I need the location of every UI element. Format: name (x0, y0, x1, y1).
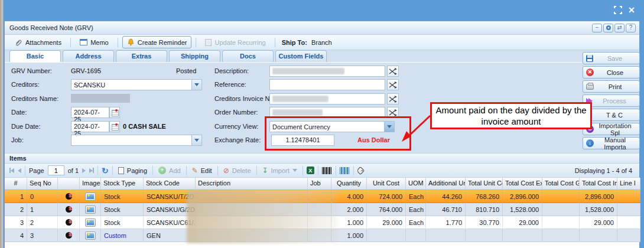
cell-total-unit (466, 229, 503, 242)
description-lookup-button[interactable] (387, 66, 399, 77)
reference-input[interactable] (269, 79, 385, 90)
tab-shipping[interactable]: Shipping (169, 50, 220, 62)
image-icon[interactable] (85, 218, 96, 227)
creditors-select[interactable]: SCANSKU (71, 79, 202, 90)
col-description[interactable]: Description (196, 178, 308, 190)
add-label: Add (169, 167, 181, 174)
col-cost-flag[interactable] (58, 178, 80, 190)
cell-total-gst (542, 190, 580, 203)
col-uom[interactable]: UOM (406, 178, 426, 190)
col-line[interactable]: Line I (617, 178, 640, 190)
col-stock-code[interactable]: Stock Code (144, 178, 196, 190)
date-input[interactable]: 2024-07-25 (71, 107, 109, 118)
attachments-button[interactable]: Attachments (9, 36, 66, 49)
close-icon: ✕ (586, 68, 594, 76)
col-image[interactable]: Image (80, 178, 101, 190)
refresh-button[interactable]: ⇄ (614, 24, 625, 32)
creditors-value: SCANSKU (71, 81, 191, 89)
tab-strip: Basic Address Extras Shipping Docs Custo… (5, 50, 583, 63)
create-reminder-label: Create Reminder (138, 39, 187, 46)
cell-additional-unit: 44.260 (426, 190, 466, 203)
last-page-button[interactable] (89, 167, 94, 174)
col-job[interactable]: Job (308, 178, 331, 190)
reference-lookup-button[interactable] (387, 79, 399, 90)
cell-total-unit: 810.710 (466, 203, 503, 216)
col-unit-cost[interactable]: Unit Cost (367, 178, 406, 190)
due-date-input[interactable]: 2024-07-25 (71, 121, 109, 132)
tab-basic[interactable]: Basic (9, 50, 61, 62)
barcode-blue-icon[interactable] (340, 167, 350, 174)
page-input[interactable] (48, 165, 64, 175)
toolbar-separator (275, 38, 275, 47)
calendar-icon[interactable] (109, 121, 120, 132)
shuffle-icon (389, 96, 397, 103)
image-icon[interactable] (85, 205, 96, 214)
table-row[interactable]: 2 1 Stock SCANSKU/G/2D 2.000 764.000 Eac… (5, 203, 640, 216)
toolbar-separator (303, 166, 303, 175)
col-total-cost-inc[interactable]: Total Cost Inc (580, 178, 617, 190)
close-window-icon[interactable]: ✕ (628, 5, 635, 15)
barcode-icon[interactable] (322, 167, 332, 174)
cell-stock-type: Stock (101, 216, 144, 229)
background-window-edge (0, 0, 4, 248)
col-row-number[interactable]: # (5, 178, 27, 190)
cell-quantity: 4.000 (331, 190, 367, 203)
help-button[interactable]: ? (626, 24, 636, 32)
save-button[interactable]: Save (583, 52, 640, 64)
prev-page-button[interactable] (18, 168, 21, 173)
col-total-cost-gst[interactable]: Total Cost GST (542, 178, 580, 190)
table-row[interactable]: 3 2 Stock SCANSKU/C61/... 1.000 29.000 E… (5, 216, 640, 229)
save-icon (586, 55, 593, 62)
memo-button[interactable]: Memo (75, 37, 113, 48)
image-icon[interactable] (85, 231, 96, 240)
create-reminder-button[interactable]: Create Reminder (122, 36, 192, 48)
cell-stock-type: Custom (101, 229, 144, 242)
cell-line (617, 190, 640, 203)
grid-refresh-button[interactable]: ↻ (102, 167, 109, 175)
fullscreen-icon[interactable] (613, 5, 623, 15)
tag-icon[interactable] (356, 166, 365, 174)
cell-description (196, 203, 308, 216)
terms-text: 0 CASH SALE (123, 123, 166, 130)
tab-custom-fields[interactable]: Custom Fields (275, 50, 327, 62)
paging-button[interactable]: Paging (116, 166, 149, 175)
cell-total-gst (542, 216, 580, 229)
edit-button[interactable]: ✎ Edit (190, 166, 214, 175)
tab-docs[interactable]: Docs (222, 50, 274, 62)
import-button[interactable]: ↧ Import (261, 166, 299, 175)
attachments-label: Attachments (25, 39, 61, 46)
toolbar-separator (112, 166, 113, 175)
col-total-cost-ex[interactable]: Total Cost Ex ( (503, 178, 542, 190)
tab-extras[interactable]: Extras (116, 50, 167, 62)
table-row[interactable]: 4 3 Custom GEN 1.000 (5, 229, 640, 242)
job-select[interactable] (71, 135, 202, 146)
delete-button[interactable]: ⊘ Delete (222, 166, 253, 175)
first-page-button[interactable] (9, 167, 14, 174)
update-recurring-button[interactable]: Update Recurring (200, 37, 270, 48)
minimize-button[interactable]: − (592, 24, 602, 32)
col-seq-no[interactable]: Seq No (27, 178, 58, 190)
excel-export-button[interactable]: X (307, 167, 314, 174)
manual-importation-button[interactable]: ↓ Manual Importa (583, 137, 640, 149)
next-page-button[interactable] (82, 168, 86, 173)
manual-import-icon: ↓ (586, 139, 594, 147)
due-date-label: Due Date: (11, 123, 41, 130)
tab-address[interactable]: Address (63, 50, 114, 62)
cell-unit-cost: 764.000 (367, 203, 406, 216)
cell-total-unit: 768.260 (466, 190, 503, 203)
invoice-lookup-button[interactable] (387, 93, 399, 105)
col-additional-unit[interactable]: Additional Uni (426, 178, 466, 190)
col-stock-type[interactable]: Stock Type (101, 178, 144, 190)
cell-row-number: 4 (5, 229, 27, 242)
table-row[interactable]: 1 0 Stock SCANSKU/T/2D 4.000 724.000 Eac… (5, 190, 640, 203)
close-button[interactable]: ✕ Close (583, 66, 640, 79)
toolbar-separator (25, 166, 25, 175)
add-button[interactable]: + Add (157, 165, 183, 175)
col-total-unit-cost[interactable]: Total Unit Cos (466, 178, 503, 190)
col-quantity[interactable]: Quantity (331, 178, 367, 190)
image-icon[interactable] (85, 192, 96, 201)
calendar-icon[interactable] (109, 107, 120, 118)
print-button[interactable]: Print (583, 80, 640, 93)
settings-button[interactable] (603, 24, 613, 32)
cell-stock-type: Stock (101, 203, 144, 216)
